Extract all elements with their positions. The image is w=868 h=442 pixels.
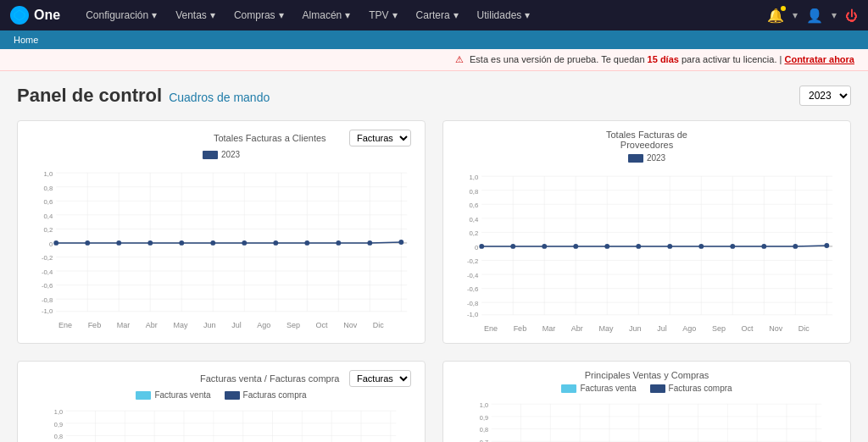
chart3-legend-venta-label: Facturas venta — [154, 390, 210, 400]
svg-point-41 — [273, 240, 278, 246]
svg-point-89 — [793, 244, 798, 249]
nav-compras[interactable]: Compras ▾ — [225, 3, 292, 28]
svg-point-37 — [147, 240, 153, 246]
svg-text:0,2: 0,2 — [469, 229, 478, 237]
svg-text:1,0: 1,0 — [43, 170, 53, 178]
year-select[interactable]: 2023 2022 2021 — [799, 86, 851, 106]
chart1-legend-item: 2023 — [203, 150, 240, 159]
chart3-legend-compra: Facturas compra — [225, 390, 307, 400]
chart4-legend-venta-label: Facturas venta — [580, 384, 636, 393]
nav-utilidades[interactable]: Utilidades ▾ — [469, 3, 539, 28]
bottom-charts-row: Facturas venta / Facturas compra Factura… — [17, 361, 851, 442]
page-header: Panel de control Cuadros de mando 2023 2… — [17, 85, 851, 107]
chart3-svg-wrap: 1,0 0,9 0,8 0,7 0,6 0,5 0,4 — [31, 403, 411, 442]
chart4-svg-wrap: 1,0 0,9 0,8 0,7 0,6 0,5 0,4 — [457, 396, 837, 442]
svg-point-88 — [761, 244, 766, 249]
svg-text:-0,6: -0,6 — [42, 283, 53, 290]
chart1-svg-wrap: 1,0 0,8 0,6 0,4 0,2 0 -0,2 -0,4 -0,6 -0,… — [31, 163, 411, 329]
breadcrumb-bar: Home — [0, 30, 868, 49]
trial-warning: ⚠ Esta es una versión de prueba. Te qued… — [0, 49, 868, 71]
svg-point-87 — [730, 244, 735, 249]
svg-point-86 — [698, 244, 704, 249]
chart1-legend-label: 2023 — [221, 150, 240, 159]
chart4-legend-compra: Facturas compra — [650, 384, 732, 393]
chart2-svg: 1,0 0,8 0,6 0,4 0,2 0 -0,2 -0,4 -0,6 -0,… — [457, 166, 837, 323]
svg-text:-0,2: -0,2 — [42, 254, 53, 262]
power-icon[interactable]: ⏻ — [845, 8, 858, 23]
nav-cartera[interactable]: Cartera ▾ — [408, 3, 467, 28]
page-title: Panel de control — [17, 85, 162, 107]
nav-tpv[interactable]: TPV ▾ — [360, 3, 405, 28]
svg-point-80 — [510, 244, 515, 249]
chart3-legend: Facturas venta Facturas compra — [31, 390, 411, 400]
page-title-area: Panel de control Cuadros de mando — [17, 85, 270, 107]
chart2-legend: 2023 — [457, 153, 837, 163]
top-charts-row: Totales Facturas a Clientes Facturas 202… — [17, 120, 851, 344]
svg-point-84 — [636, 244, 641, 249]
chart3-select[interactable]: Facturas — [349, 370, 411, 387]
svg-point-40 — [242, 240, 247, 246]
chart4-header: Principales Ventas y Compras — [457, 370, 837, 380]
svg-text:0,8: 0,8 — [480, 426, 488, 434]
svg-text:1,0: 1,0 — [469, 174, 478, 181]
chart-ventas-compras: Facturas venta / Facturas compra Factura… — [17, 361, 426, 442]
svg-point-43 — [336, 240, 341, 246]
svg-text:-0,6: -0,6 — [467, 286, 478, 294]
trial-text-after: para activar tu licencia. | — [682, 54, 782, 64]
svg-point-83 — [604, 244, 609, 249]
svg-text:0,8: 0,8 — [43, 185, 53, 192]
svg-point-44 — [367, 240, 372, 246]
svg-point-85 — [667, 244, 672, 249]
svg-point-79 — [479, 244, 484, 249]
svg-text:0: 0 — [49, 240, 53, 248]
contract-link[interactable]: Contratar ahora — [784, 54, 854, 64]
svg-text:0,9: 0,9 — [54, 421, 63, 428]
breadcrumb-home[interactable]: Home — [14, 35, 38, 45]
svg-text:0,8: 0,8 — [469, 188, 478, 196]
svg-point-36 — [116, 240, 121, 246]
chart2-legend-label: 2023 — [647, 153, 665, 163]
chart1-svg: 1,0 0,8 0,6 0,4 0,2 0 -0,2 -0,4 -0,6 -0,… — [31, 163, 411, 319]
chart1-select[interactable]: Facturas — [349, 130, 411, 146]
svg-text:-1,0: -1,0 — [467, 311, 479, 318]
svg-point-45 — [398, 240, 403, 245]
nav-almacen[interactable]: Almacén ▾ — [294, 3, 359, 28]
nav-right: 🔔 ▾ 👤 ▾ ⏻ — [767, 8, 858, 24]
chart1-title: Totales Facturas a Clientes — [191, 133, 350, 143]
chart1-legend-color — [203, 151, 218, 159]
svg-text:0,8: 0,8 — [54, 433, 63, 440]
svg-text:0,4: 0,4 — [469, 216, 478, 224]
main-content: Panel de control Cuadros de mando 2023 2… — [0, 71, 868, 442]
brand[interactable]: One — [10, 6, 60, 25]
chart2-legend-item: 2023 — [628, 153, 665, 163]
chart4-title: Principales Ventas y Compras — [583, 370, 709, 380]
svg-point-81 — [542, 244, 547, 249]
nav-configuracion[interactable]: Configuración ▾ — [77, 3, 165, 28]
warning-icon: ⚠ — [455, 54, 464, 64]
svg-point-39 — [210, 240, 215, 246]
svg-point-90 — [824, 243, 829, 248]
svg-point-35 — [85, 240, 90, 246]
bell-icon[interactable]: 🔔 — [767, 8, 784, 24]
svg-text:-0,8: -0,8 — [467, 300, 478, 307]
chart3-legend-compra-color — [225, 391, 240, 400]
chart3-legend-venta: Facturas venta — [136, 390, 210, 400]
user-icon[interactable]: 👤 — [806, 8, 823, 24]
chart2-header: Totales Facturas de Proveedores — [457, 130, 837, 150]
svg-text:1,0: 1,0 — [480, 401, 488, 409]
svg-text:-0,8: -0,8 — [42, 296, 53, 304]
chart1-x-labels: EneFebMarAbr MayJunJulAgo SepOctNovDic — [31, 319, 411, 329]
svg-text:0: 0 — [475, 244, 479, 251]
chart4-svg: 1,0 0,9 0,8 0,7 0,6 0,5 0,4 — [457, 396, 837, 442]
svg-point-34 — [53, 240, 58, 246]
svg-text:0,6: 0,6 — [469, 202, 478, 209]
brand-name: One — [34, 8, 60, 23]
chart3-legend-venta-color — [136, 391, 151, 400]
chart2-title: Totales Facturas de Proveedores — [583, 130, 709, 150]
svg-point-38 — [179, 240, 184, 246]
chart1-header: Totales Facturas a Clientes Facturas — [31, 130, 411, 146]
chart2-legend-color — [628, 154, 643, 163]
trial-days: 15 días — [648, 54, 679, 64]
svg-point-82 — [573, 244, 578, 249]
nav-ventas[interactable]: Ventas ▾ — [167, 3, 224, 28]
